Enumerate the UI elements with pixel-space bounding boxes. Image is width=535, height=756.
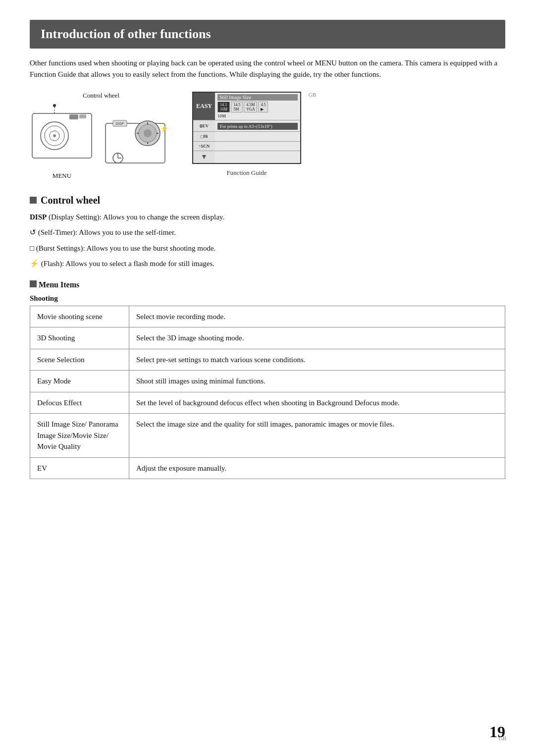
table-cell-desc-0: Select movie recording mode.	[129, 306, 505, 327]
intro-paragraph: Other functions used when shooting or pl…	[30, 57, 505, 81]
control-wheel-icon	[30, 197, 37, 204]
fg-option-16m: 14.316M	[217, 102, 230, 112]
fg-ev-label: 0EV	[193, 120, 215, 131]
fg-burst-label: □Hi	[193, 132, 215, 141]
camera-side-svg	[30, 104, 94, 168]
svg-text:⚡: ⚡	[160, 124, 169, 133]
menu-label: MENU	[30, 172, 94, 180]
table-row: Still Image Size/ Panorama Image Size/Mo…	[30, 414, 505, 458]
table-cell-desc-6: Adjust the exposure manually.	[129, 457, 505, 479]
table-cell-desc-4: Set the level of background defocus effe…	[129, 392, 505, 414]
table-cell-desc-3: Shoot still images using minimal functio…	[129, 371, 505, 392]
menu-items-section-heading: Menu Items	[30, 280, 505, 289]
table-cell-name-0: Movie shooting scene	[30, 306, 129, 327]
table-cell-desc-1: Select the 3D image shooting mode.	[129, 327, 505, 349]
table-row: EVAdjust the exposure manually.	[30, 457, 505, 479]
control-wheel-heading-text: Control wheel	[41, 195, 100, 206]
svg-text:DISP: DISP	[116, 122, 124, 125]
table-cell-name-5: Still Image Size/ Panorama Image Size/Mo…	[30, 414, 129, 458]
camera-side-view: MENU	[30, 104, 94, 180]
fg-easy-row: EASY Still Image Size 14.316M 14.55M 4.5…	[193, 93, 300, 120]
fg-easy-content: Still Image Size 14.316M 14.55M 4.5MVGA …	[215, 93, 300, 120]
svg-rect-0	[32, 113, 92, 158]
fg-down-content	[215, 151, 300, 163]
table-row: Movie shooting sceneSelect movie recordi…	[30, 306, 505, 327]
control-wheel-descriptions: DISP (Display Setting): Allows you to ch…	[30, 211, 505, 270]
page-title: Introduction of other functions	[30, 20, 505, 49]
svg-point-8	[53, 104, 56, 107]
table-cell-name-1: 3D Shooting	[30, 327, 129, 349]
menu-table: Movie shooting sceneSelect movie recordi…	[30, 306, 505, 480]
camera-svg-container: MENU DISP	[30, 104, 172, 180]
menu-items-icon	[30, 280, 37, 287]
table-cell-desc-5: Select the image size and the quality fo…	[129, 414, 505, 458]
function-guide-panel: EASY Still Image Size 14.316M 14.55M 4.5…	[192, 92, 301, 164]
svg-rect-6	[79, 114, 86, 118]
fg-option-arrow: 4.5▶	[258, 102, 268, 112]
fg-down-label: ▼	[193, 151, 215, 163]
table-row: Defocus EffectSet the level of backgroun…	[30, 392, 505, 414]
fg-down-row: ▼	[193, 151, 300, 163]
table-cell-name-3: Easy Mode	[30, 371, 129, 392]
svg-point-4	[53, 134, 56, 137]
svg-rect-5	[69, 114, 78, 119]
fg-scn-row: ↑SCN	[193, 142, 300, 151]
fg-still-image-size: Still Image Size	[217, 94, 298, 101]
svg-point-14	[144, 129, 152, 137]
diagram-section: Control wheel	[30, 92, 505, 180]
disp-desc: DISP (Display Setting): Allows you to ch…	[30, 211, 505, 224]
shooting-label: Shooting	[30, 294, 505, 303]
function-guide-area: GB EASY Still Image Size 14.316M 14.55M …	[192, 92, 301, 177]
fg-ev-content: For prints up to A3+(13x19")	[215, 120, 300, 131]
self-timer-desc: ↺ (Self-Timer): Allows you to use the se…	[30, 226, 505, 239]
fg-scn-label: ↑SCN	[193, 142, 215, 151]
camera-top-svg: DISP ⚡	[103, 108, 172, 173]
table-cell-name-2: Scene Selection	[30, 349, 129, 371]
fg-print-tooltip: For prints up to A3+(13x19")	[217, 123, 298, 130]
fg-scn-content	[215, 142, 300, 151]
fg-easy-label: EASY	[193, 93, 215, 120]
fg-size-options: 14.316M 14.55M 4.5MVGA 4.5▶	[217, 102, 298, 112]
fg-option-vga: 4.5MVGA	[244, 102, 257, 112]
fg-10m-label: 10M	[217, 113, 298, 118]
camera-diagram-area: Control wheel	[30, 92, 172, 180]
fg-burst-row: □Hi	[193, 132, 300, 142]
fg-burst-content	[215, 132, 300, 141]
control-wheel-section-heading: Control wheel	[30, 195, 505, 206]
table-cell-name-6: EV	[30, 457, 129, 479]
table-cell-name-4: Defocus Effect	[30, 392, 129, 414]
table-cell-desc-2: Select pre-set settings to match various…	[129, 349, 505, 371]
function-guide-diagram-label: Function Guide	[226, 169, 267, 177]
page-number: 19	[489, 723, 505, 741]
table-row: Scene SelectionSelect pre-set settings t…	[30, 349, 505, 371]
gb-label: GB	[309, 92, 316, 98]
burst-desc: □ (Burst Settings): Allows you to use th…	[30, 242, 505, 255]
table-row: 3D ShootingSelect the 3D image shooting …	[30, 327, 505, 349]
table-row: Easy ModeShoot still images using minima…	[30, 371, 505, 392]
fg-option-5m: 14.55M	[231, 102, 243, 112]
camera-top-view: DISP ⚡	[103, 108, 172, 175]
control-wheel-diagram-label: Control wheel	[83, 92, 119, 100]
menu-items-heading-text: Menu Items	[39, 280, 79, 289]
fg-ev-row: 0EV For prints up to A3+(13x19")	[193, 120, 300, 132]
flash-desc: ⚡ (Flash): Allows you to select a flash …	[30, 258, 505, 270]
